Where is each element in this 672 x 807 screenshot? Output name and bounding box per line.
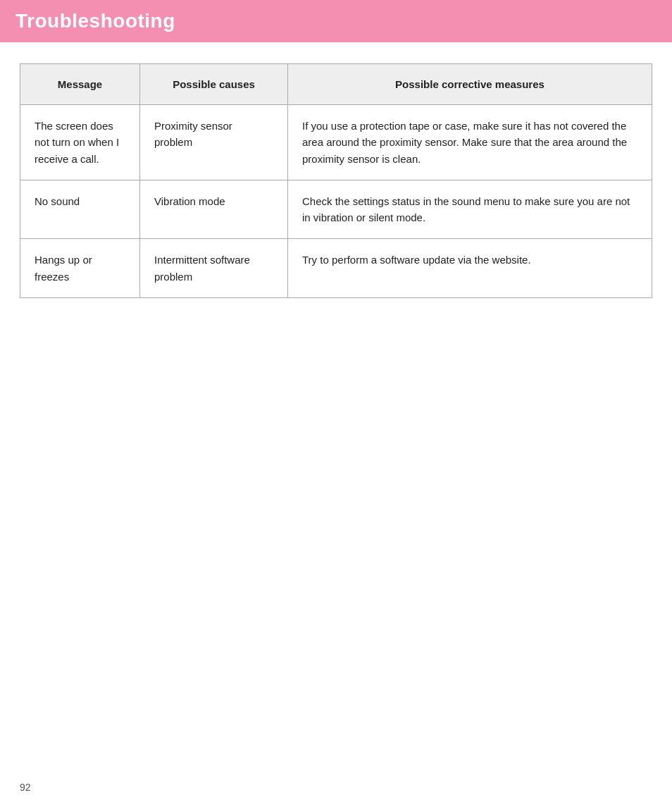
cell-measure-1: Check the settings status in the sound m… [288,180,652,239]
page-title: Troubleshooting [15,10,657,32]
header-message: Message [20,64,140,105]
page-header: Troubleshooting [0,0,672,42]
page-number: 92 [20,782,31,793]
header-measures: Possible corrective measures [288,64,652,105]
cell-message-1: No sound [20,180,140,239]
content-area: Message Possible causes Possible correct… [0,42,672,326]
header-causes: Possible causes [140,64,288,105]
cell-cause-1: Vibration mode [140,180,288,239]
cell-message-2: Hangs up or freezes [20,239,140,298]
table-row: Hangs up or freezesIntermittent software… [20,239,652,298]
table-row: No soundVibration modeCheck the settings… [20,180,652,239]
troubleshooting-table: Message Possible causes Possible correct… [20,63,652,298]
table-header-row: Message Possible causes Possible correct… [20,64,652,105]
cell-cause-2: Intermittent software problem [140,239,288,298]
cell-measure-2: Try to perform a software update via the… [288,239,652,298]
table-row: The screen does not turn on when I recei… [20,105,652,180]
cell-measure-0: If you use a protection tape or case, ma… [288,105,652,180]
cell-cause-0: Proximity sensor problem [140,105,288,180]
cell-message-0: The screen does not turn on when I recei… [20,105,140,180]
